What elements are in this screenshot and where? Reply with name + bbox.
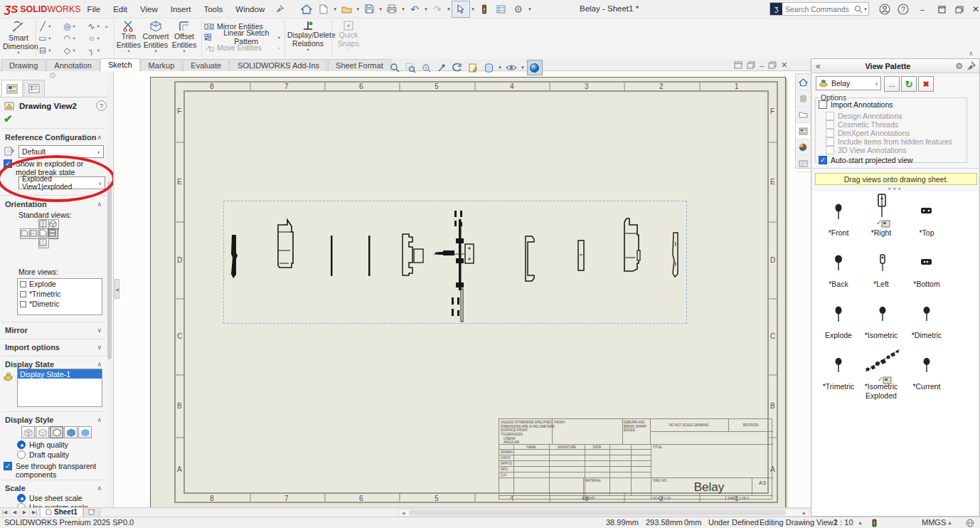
collapse-panel-icon[interactable]: « — [816, 61, 821, 71]
offset-entities-button[interactable]: Offset Entities ▼ — [170, 20, 198, 57]
trim-entities-button[interactable]: Trim Entities ▼ — [116, 20, 142, 57]
rectangle-dropdown[interactable]: ▼ — [48, 36, 51, 41]
tab-markup[interactable]: Markup — [141, 59, 183, 71]
display-delete-relations-button[interactable]: Display/Delete Relations ▼ — [287, 20, 329, 57]
menu-view[interactable]: View — [134, 0, 164, 19]
open-button[interactable] — [338, 1, 355, 17]
quick-snaps-dropdown[interactable]: ▼ — [334, 48, 363, 52]
hide-show-dropdown[interactable]: ▼ — [521, 65, 525, 70]
save-button[interactable] — [361, 1, 378, 17]
draft-quality-radio[interactable] — [17, 450, 26, 459]
next-sheet-button[interactable]: ▶ — [20, 508, 30, 517]
section-scale[interactable]: Scale∧ — [0, 482, 107, 495]
zoom-in-out-icon[interactable] — [419, 60, 433, 75]
new-document-button[interactable] — [315, 1, 332, 17]
explode-view-thumbnail[interactable] — [829, 304, 848, 325]
add-sheet-button[interactable] — [83, 508, 100, 517]
quick-snaps-button[interactable]: Quick Snaps ▼ — [334, 20, 363, 57]
bottom-view-thumbnail[interactable] — [917, 254, 936, 273]
wireframe-style-button[interactable] — [21, 426, 35, 438]
scroll-right-arrow[interactable]: ▶ — [800, 509, 809, 516]
thumbnail-label[interactable]: *Dimetric — [899, 331, 954, 340]
smart-dimension-dropdown[interactable]: ▼ — [3, 51, 34, 55]
current-view-thumbnail[interactable] — [917, 355, 936, 376]
rectangle-tool-icon[interactable]: ▭ — [38, 33, 48, 43]
dimxpert-annotations-row[interactable]: DimXpert Annotations — [826, 129, 910, 137]
ellipse-tool-icon[interactable]: ○ — [87, 33, 97, 43]
shaded-style-button[interactable] — [78, 426, 92, 438]
fillet-tool-icon[interactable]: ╮ — [87, 46, 97, 56]
import-annotations-checkbox[interactable] — [819, 100, 827, 109]
linear-pattern-dropdown[interactable]: ▼ — [277, 36, 281, 40]
section-mirror[interactable]: Mirror∨ — [0, 324, 107, 337]
display-state-listbox[interactable]: Display State-1 — [17, 369, 102, 407]
redo-dropdown[interactable]: ▼ — [447, 7, 451, 11]
design-annotations-row[interactable]: Design Annotations — [826, 112, 902, 120]
user-account-icon[interactable] — [876, 1, 893, 17]
trimetric-view-thumbnail[interactable] — [829, 355, 848, 376]
view-settings-icon[interactable] — [527, 60, 543, 75]
minimize-window-button[interactable]: – — [914, 1, 931, 17]
dimxpert-annotations-checkbox[interactable] — [826, 129, 834, 137]
spline-dropdown[interactable]: ▼ — [97, 24, 100, 28]
draft-quality-radio-row[interactable]: Draft quality — [17, 450, 69, 459]
tab-sketch[interactable]: Sketch — [100, 58, 140, 72]
thumbnail-label[interactable]: *Bottom — [899, 280, 954, 289]
status-view-scale[interactable]: 1 : 10 — [833, 518, 853, 527]
cosmetic-threads-checkbox[interactable] — [826, 120, 834, 129]
convert-dropdown[interactable]: ▼ — [142, 49, 170, 53]
file-explorer-tab-icon[interactable] — [796, 107, 810, 123]
circle-dropdown[interactable]: ▼ — [72, 24, 75, 28]
front-view-thumbnail[interactable] — [829, 201, 848, 223]
drawing-view-selection-box[interactable] — [223, 201, 687, 324]
hidden-features-row[interactable]: Include items from hidden features — [826, 137, 952, 146]
exploded-state-checkbox-row[interactable]: ✓ Show in exploded or model break state — [4, 159, 105, 176]
menu-window[interactable]: Window — [229, 0, 271, 19]
panel-collapse-arrow[interactable]: ◀ — [114, 279, 119, 299]
settings-dropdown[interactable]: ▼ — [528, 7, 532, 11]
scrollbar-thumb[interactable] — [409, 510, 786, 515]
zoom-to-fit-icon[interactable] — [388, 60, 402, 75]
section-import-options[interactable]: Import options∨ — [0, 341, 107, 354]
restore-window-button[interactable] — [951, 1, 968, 17]
section-orientation[interactable]: Orientation ∧ — [0, 198, 107, 211]
trimetric-checkbox[interactable] — [20, 291, 26, 297]
more-views-item[interactable]: *Dimetric — [18, 299, 102, 309]
options-list-button[interactable] — [493, 1, 510, 17]
menu-tools[interactable]: Tools — [197, 0, 229, 19]
3d-view-annotations-row[interactable]: 3D View Annotations — [826, 146, 907, 154]
pin-menu-icon[interactable] — [271, 1, 288, 17]
cosmetic-threads-row[interactable]: Cosmetic Threads — [826, 120, 898, 129]
zoom-to-area-icon[interactable] — [403, 60, 417, 75]
see-through-checkbox-row[interactable]: ✓ See through transparent components — [4, 462, 105, 479]
polygon-tool-icon[interactable]: ◇ — [62, 46, 72, 56]
view-right-button[interactable] — [48, 228, 58, 239]
search-input[interactable] — [782, 5, 854, 14]
right-view-thumbnail[interactable] — [872, 193, 892, 218]
display-style-icon[interactable] — [481, 60, 496, 75]
palette-gear-icon[interactable]: ⚙ — [955, 61, 963, 71]
select-tool-button[interactable] — [452, 1, 470, 18]
configuration-tab[interactable] — [23, 80, 45, 97]
auto-start-projected-row[interactable]: ✓Auto-start projected view — [819, 156, 913, 164]
hide-show-items-icon[interactable] — [504, 60, 518, 75]
trim-dropdown[interactable]: ▼ — [116, 49, 142, 53]
view-bottom-button[interactable] — [38, 238, 49, 248]
home-tab-icon[interactable] — [796, 74, 810, 90]
convert-entities-button[interactable]: Convert Entities ▼ — [142, 20, 170, 57]
3d-drawing-view-icon[interactable] — [450, 60, 464, 75]
use-sheet-scale-radio-row[interactable]: Use sheet scale — [17, 494, 82, 502]
left-view-thumbnail[interactable] — [873, 253, 892, 274]
circle-tool-icon[interactable]: ◎ — [62, 21, 72, 31]
view-palette-tab-icon[interactable] — [796, 123, 810, 139]
tab-drawing[interactable]: Drawing — [1, 59, 46, 71]
menu-edit[interactable]: Edit — [107, 0, 134, 19]
linear-sketch-pattern-button[interactable]: Linear Sketch Pattern ▼ — [204, 32, 281, 43]
custom-properties-tab-icon[interactable] — [796, 156, 810, 172]
save-dropdown[interactable]: ▼ — [378, 7, 383, 11]
thumbnail-label[interactable]: *Current — [899, 382, 954, 391]
isometric-view-thumbnail[interactable] — [873, 304, 892, 325]
design-library-tab-icon[interactable] — [796, 90, 810, 107]
high-quality-radio[interactable] — [17, 440, 26, 449]
collapse-ribbon-button[interactable]: ∧ — [969, 50, 974, 57]
